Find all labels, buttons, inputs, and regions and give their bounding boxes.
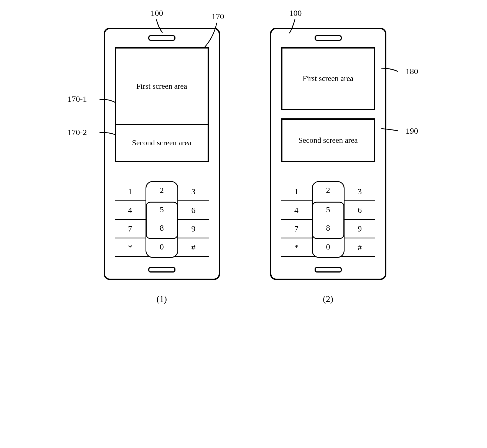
key-1[interactable]: 1: [281, 187, 312, 196]
key-3[interactable]: 3: [178, 187, 209, 196]
key-4[interactable]: 4: [115, 205, 146, 215]
key-6[interactable]: 6: [344, 205, 375, 215]
dpad-key-0[interactable]: 0: [312, 242, 345, 251]
key-4[interactable]: 4: [281, 205, 312, 215]
caption-1: (1): [157, 294, 167, 304]
first-screen-area: First screen area: [281, 47, 375, 110]
screen-gap: [281, 110, 375, 118]
key-7[interactable]: 7: [115, 224, 146, 233]
dpad[interactable]: 2 5 8 0: [146, 183, 178, 256]
key-9[interactable]: 9: [344, 224, 375, 233]
dual-screens: First screen area Second screen area: [281, 47, 375, 162]
key-7[interactable]: 7: [281, 224, 312, 233]
ref-100-left: 100: [151, 8, 163, 18]
dpad[interactable]: 2 5 8 0: [312, 183, 345, 256]
earpiece: [315, 35, 342, 41]
key-9[interactable]: 9: [178, 224, 209, 233]
device-variant-1: 100 170 170-1 170-2 First screen area Se…: [70, 11, 220, 304]
ref-170-1: 170-1: [68, 94, 87, 104]
ref-170-2: 170-2: [68, 128, 87, 137]
ref-100-right: 100: [289, 8, 302, 18]
caption-2: (2): [323, 294, 333, 304]
phone-body: First screen area Second screen area 1 3…: [104, 28, 220, 280]
second-screen-label: Second screen area: [132, 138, 192, 147]
ref-170: 170: [212, 12, 224, 21]
key-6[interactable]: 6: [178, 205, 209, 215]
ref-190: 190: [406, 126, 418, 136]
first-screen-area: First screen area: [116, 49, 208, 124]
keypad: 1 3 4 6 7 9 * #: [281, 183, 375, 257]
first-screen-label: First screen area: [303, 74, 353, 83]
key-hash[interactable]: #: [178, 243, 209, 252]
dpad-key-8[interactable]: 8: [312, 223, 345, 233]
keypad: 1 3 4 6 7 9 * #: [115, 183, 209, 257]
key-3[interactable]: 3: [344, 187, 375, 196]
key-hash[interactable]: #: [344, 243, 375, 252]
screen-single: First screen area Second screen area: [115, 47, 209, 162]
key-star[interactable]: *: [115, 243, 146, 252]
dpad-key-5[interactable]: 5: [312, 205, 345, 214]
device-variant-2: 100 180 190 First screen area Second scr…: [270, 11, 417, 304]
phone-body: First screen area Second screen area 1 3…: [270, 28, 386, 280]
key-star[interactable]: *: [281, 243, 312, 252]
key-1[interactable]: 1: [115, 187, 146, 196]
dpad-key-2[interactable]: 2: [146, 185, 178, 195]
mic: [148, 267, 175, 273]
dpad-key-0[interactable]: 0: [146, 242, 178, 251]
dpad-key-5[interactable]: 5: [146, 205, 178, 214]
mic: [315, 267, 342, 273]
dpad-key-2[interactable]: 2: [312, 185, 345, 195]
earpiece: [148, 35, 175, 41]
first-screen-label: First screen area: [136, 82, 187, 91]
second-screen-area: Second screen area: [281, 118, 375, 162]
dpad-key-8[interactable]: 8: [146, 223, 178, 233]
second-screen-label: Second screen area: [298, 136, 358, 145]
second-screen-area: Second screen area: [116, 124, 208, 161]
ref-180: 180: [406, 67, 418, 76]
